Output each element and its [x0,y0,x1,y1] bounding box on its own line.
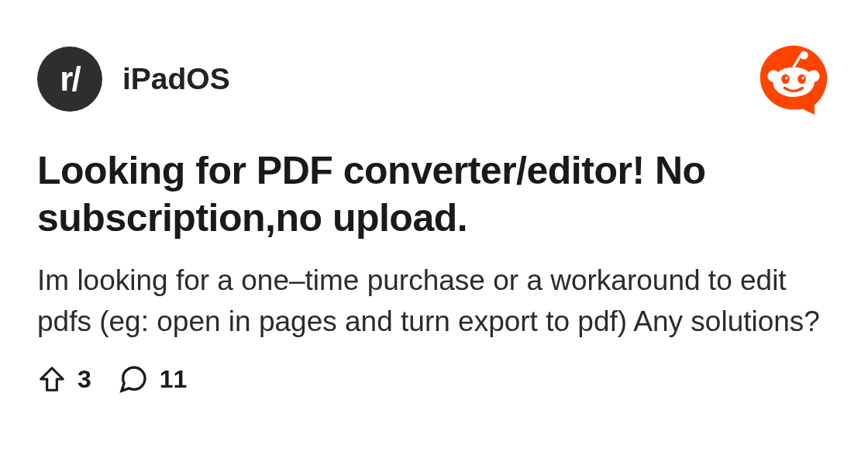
subreddit-info[interactable]: r/ iPadOS [37,47,230,112]
comment-count: 11 [160,365,188,394]
upvote-action[interactable]: 3 [37,364,91,394]
reddit-logo-icon[interactable] [756,42,831,116]
post-title: Looking for PDF converter/editor! No sub… [37,147,831,242]
subreddit-icon-text: r/ [60,60,79,98]
post-actions: 3 11 [37,364,831,395]
subreddit-name[interactable]: iPadOS [122,62,230,96]
subreddit-icon[interactable]: r/ [37,47,102,112]
svg-point-1 [773,67,815,97]
upvote-count: 3 [78,365,91,394]
svg-point-3 [808,70,819,81]
svg-point-7 [801,77,804,80]
post-header: r/ iPadOS [37,42,831,116]
svg-point-5 [797,74,806,84]
comment-icon [118,364,149,395]
svg-point-6 [785,77,787,80]
post-body: Im looking for a one–time purchase or a … [37,260,831,342]
svg-point-4 [781,74,790,84]
upvote-icon [37,364,67,394]
comment-action[interactable]: 11 [118,364,188,395]
svg-point-2 [767,70,779,81]
